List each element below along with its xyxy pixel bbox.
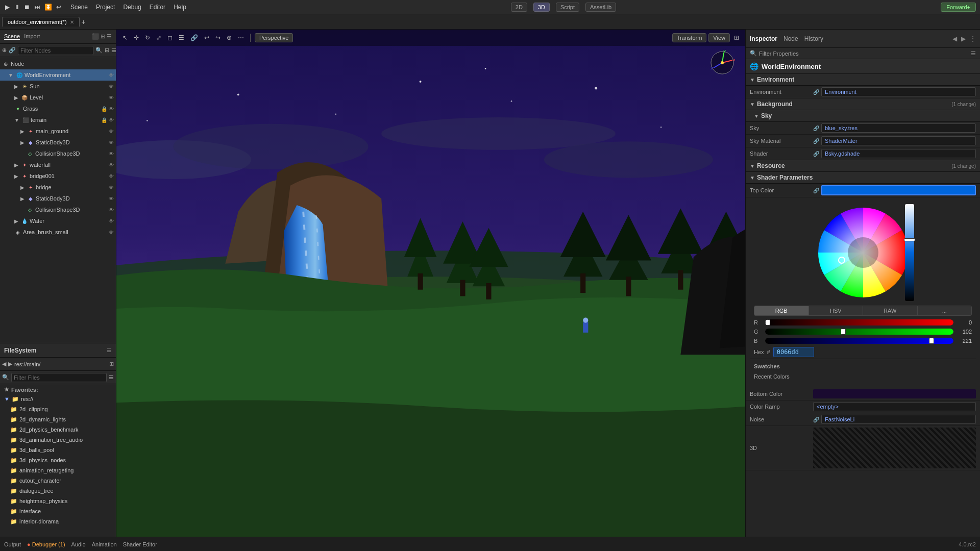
tool6[interactable]: 🔗 <box>188 33 200 42</box>
back-nav-icon[interactable]: ◀ <box>952 35 957 42</box>
terrain-vis-flag[interactable]: 👁 <box>109 117 114 123</box>
tree-item-staticbody2[interactable]: ▶ ◆ StaticBody3D 👁 <box>0 193 116 204</box>
pause-button[interactable]: ⏸ <box>13 4 21 11</box>
extra-button[interactable]: ⏬ <box>43 4 53 11</box>
fs-item-2d-clipping[interactable]: 📁 2d_clipping <box>0 404 116 414</box>
forward-nav-icon[interactable]: ▶ <box>961 35 966 42</box>
sun-vis-flag[interactable]: 👁 <box>109 84 114 89</box>
fs-item-heightmap[interactable]: 📁 heightmap_physics <box>0 496 116 506</box>
tree-item-worldenv[interactable]: ▼ 🌐 WorldEnvironment 👁 <box>0 69 116 81</box>
hex-input[interactable] <box>773 347 814 357</box>
sky-resource[interactable]: blue_sky.tres <box>821 123 976 133</box>
swatches-header[interactable]: Swatches <box>754 361 972 371</box>
mode-2d[interactable]: 2D <box>511 3 527 12</box>
level-vis-flag[interactable]: 👁 <box>109 95 114 101</box>
forward-button[interactable]: Forward+ <box>941 3 976 12</box>
fs-options2-icon[interactable]: ☰ <box>109 374 114 381</box>
menu-editor[interactable]: Editor <box>150 4 165 11</box>
node-tab[interactable]: Node <box>783 35 798 42</box>
mode-3d[interactable]: 3D <box>533 3 550 12</box>
b1-vis-flag[interactable]: 👁 <box>109 173 114 179</box>
fs-item-2d-physics[interactable]: 📁 2d_physics_benchmark <box>0 424 116 435</box>
brightness-bar[interactable] <box>905 204 914 301</box>
loop-button[interactable]: ↩ <box>55 4 62 11</box>
history-tab[interactable]: History <box>804 35 823 42</box>
tree-item-bridge[interactable]: ▶ ✦ bridge 👁 <box>0 182 116 193</box>
tree-item-collision2[interactable]: ◇ CollisionShape3D 👁 <box>0 204 116 215</box>
tree-item-level[interactable]: ▶ 📦 Level 👁 <box>0 92 116 103</box>
path-back-icon[interactable]: ◀ <box>2 361 6 367</box>
stop-button[interactable]: ⏹ <box>23 4 31 11</box>
fs-filter-input[interactable] <box>11 373 107 382</box>
tool9[interactable]: ⊕ <box>225 33 234 42</box>
select-tool[interactable]: ↖ <box>120 33 130 42</box>
perspective-button[interactable]: Perspective <box>255 33 293 42</box>
tool5[interactable]: ☰ <box>177 33 186 42</box>
visibility-flag[interactable]: 👁 <box>109 72 114 78</box>
tree-item-main-ground[interactable]: ▶ ✦ main_ground 👁 <box>0 126 116 137</box>
rotate-tool[interactable]: ↻ <box>143 33 152 42</box>
menu-project[interactable]: Project <box>96 4 115 11</box>
sky-material-resource[interactable]: ShaderMater <box>821 136 976 145</box>
tree-item-collision[interactable]: ◇ CollisionShape3D 👁 <box>0 148 116 159</box>
color-wheel-svg[interactable] <box>812 202 914 304</box>
select-tool2[interactable]: ◻ <box>165 33 175 42</box>
tree-item-sun[interactable]: ▶ ☀ Sun 👁 <box>0 81 116 92</box>
mode-script[interactable]: Script <box>556 3 579 12</box>
tree-item-node[interactable]: ⊕ Node <box>0 58 116 69</box>
tree-item-waterfall[interactable]: ▶ ✦ waterfall 👁 <box>0 159 116 170</box>
terrain-lock-flag[interactable]: 🔒 <box>101 117 107 123</box>
menu-debug[interactable]: Debug <box>123 4 141 11</box>
mg-vis-flag[interactable]: 👁 <box>109 129 114 134</box>
water-vis-flag[interactable]: 👁 <box>109 218 114 224</box>
tree-item-terrain[interactable]: ▼ ⬛ terrain 🔒 👁 <box>0 114 116 126</box>
tool10[interactable]: ⋯ <box>236 33 246 42</box>
scene-tab[interactable]: Scene <box>4 33 20 40</box>
shader-resource[interactable]: Bsky.gdshade <box>821 149 976 158</box>
debugger-tab[interactable]: ● Debugger (1) <box>27 541 65 547</box>
tab-close-icon[interactable]: ✕ <box>70 19 74 25</box>
ab-vis-flag[interactable]: 👁 <box>109 230 114 235</box>
env-resource[interactable]: Environment <box>821 87 976 96</box>
g-slider[interactable] <box>765 329 953 335</box>
r-slider[interactable] <box>765 319 953 325</box>
top-color-swatch[interactable] <box>821 185 976 195</box>
resource-section-header[interactable]: ▼ Resource (1 change) <box>746 160 980 172</box>
viewport[interactable]: ↖ ✛ ↻ ⤢ ◻ ☰ 🔗 ↩ ↪ ⊕ ⋯ Perspective Transf… <box>116 30 745 537</box>
panel-icon-right[interactable]: ⊞ <box>732 33 741 42</box>
path-forward-icon[interactable]: ▶ <box>8 361 12 367</box>
fs-item-interface[interactable]: 📁 interface <box>0 506 116 516</box>
tool7[interactable]: ↩ <box>202 33 211 42</box>
tab-outdoor-environment[interactable]: outdoor_environment(*) ✕ <box>2 17 80 27</box>
filter-options[interactable]: ☰ <box>971 50 976 57</box>
play-button[interactable]: ▶ <box>4 4 11 11</box>
transform-button[interactable]: Transform <box>672 33 707 42</box>
import-tab[interactable]: Import <box>24 33 40 40</box>
hsv-tab[interactable]: HSV <box>809 306 864 315</box>
b-slider[interactable] <box>765 338 953 344</box>
b-vis-flag[interactable]: 👁 <box>109 185 114 190</box>
audio-tab[interactable]: Audio <box>71 541 86 547</box>
mode-assetlib[interactable]: AssetLib <box>585 3 616 12</box>
filter-nodes-input[interactable] <box>18 46 93 55</box>
step-button[interactable]: ⏭ <box>33 4 41 11</box>
fs-item-dialogue[interactable]: 📁 dialogue_tree <box>0 486 116 496</box>
fs-options[interactable]: ☰ <box>107 347 112 354</box>
fs-item-res[interactable]: ▼ 📁 res:// <box>0 394 116 404</box>
panel-collapse-icon[interactable]: ☰ <box>111 47 116 54</box>
shader-editor-tab[interactable]: Shader Editor <box>123 541 157 547</box>
background-section-header[interactable]: ▼ Background (1 change) <box>746 98 980 110</box>
cs-vis-flag[interactable]: 👁 <box>109 151 114 157</box>
inspector-tab[interactable]: Inspector <box>750 35 777 42</box>
wf-vis-flag[interactable]: 👁 <box>109 162 114 168</box>
more-tab[interactable]: ... <box>918 306 972 315</box>
fs-item-3d-physics[interactable]: 📁 3d_physics_nodes <box>0 455 116 465</box>
sky-section-header[interactable]: ▼ Sky <box>746 110 980 122</box>
tab-add-button[interactable]: + <box>82 18 86 26</box>
output-tab[interactable]: Output <box>4 541 21 547</box>
environment-section-header[interactable]: ▼ Environment <box>746 74 980 86</box>
rgb-tab[interactable]: RGB <box>754 306 809 315</box>
fs-item-interior[interactable]: 📁 interior-diorama <box>0 516 116 527</box>
inspector-options-icon[interactable]: ⋮ <box>970 35 976 42</box>
fs-item-cutout[interactable]: 📁 cutout_character <box>0 475 116 486</box>
